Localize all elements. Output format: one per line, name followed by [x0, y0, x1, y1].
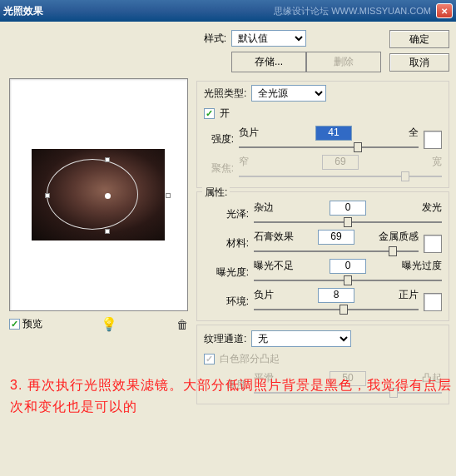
- window-title: 光照效果: [3, 4, 274, 18]
- light-type-select[interactable]: 全光源: [251, 85, 326, 102]
- intensity-right: 全: [409, 126, 419, 141]
- style-label: 样式:: [196, 32, 226, 46]
- gloss-label: 光泽:: [204, 207, 249, 221]
- light-type-label: 光照类型:: [204, 87, 246, 101]
- material-value[interactable]: 69: [318, 230, 354, 245]
- material-slider[interactable]: [254, 245, 419, 257]
- props-legend: 属性:: [202, 186, 230, 200]
- white-high-label: 白色部分凸起: [220, 352, 280, 366]
- ambience-label: 环境:: [204, 295, 249, 309]
- ambience-swatch[interactable]: [424, 293, 442, 311]
- preview-canvas[interactable]: [9, 78, 188, 311]
- handle-right[interactable]: [166, 193, 171, 198]
- trash-icon[interactable]: 🗑: [176, 318, 188, 331]
- texture-label: 纹理通道:: [204, 332, 246, 346]
- preview-checkbox[interactable]: ✓ 预览: [9, 317, 42, 331]
- exposure-left: 曝光不足: [254, 259, 294, 274]
- focus-slider: [239, 171, 442, 182]
- material-right: 金属质感: [379, 230, 419, 245]
- close-icon[interactable]: ✕: [436, 3, 453, 18]
- handle-left[interactable]: [45, 193, 50, 198]
- light-on-checkbox[interactable]: ✓ 开: [204, 107, 442, 121]
- preview-image: [32, 149, 165, 240]
- delete-button: 删除: [306, 52, 381, 72]
- check-icon: ✓: [204, 354, 215, 364]
- focus-right: 宽: [432, 155, 442, 170]
- focus-label: 聚焦:: [204, 161, 234, 176]
- focus-left: 窄: [239, 155, 249, 170]
- save-button[interactable]: 存储...: [231, 52, 306, 72]
- intensity-left: 负片: [239, 126, 259, 141]
- gloss-value[interactable]: 0: [330, 201, 366, 216]
- check-icon: ✓: [9, 319, 20, 330]
- ambience-value[interactable]: 8: [318, 288, 354, 303]
- ok-button[interactable]: 确定: [389, 30, 449, 48]
- exposure-label: 曝光度:: [204, 265, 249, 280]
- light-on-label: 开: [220, 107, 230, 121]
- watermark: 思缘设计论坛 WWW.MISSYUAN.COM: [274, 5, 431, 17]
- style-select[interactable]: 默认值: [231, 30, 306, 47]
- handle-top[interactable]: [105, 157, 110, 162]
- focus-value: 69: [322, 155, 359, 170]
- white-high-checkbox: ✓ 白色部分凸起: [204, 352, 442, 366]
- texture-select[interactable]: 无: [251, 330, 351, 347]
- cancel-button[interactable]: 取消: [389, 53, 449, 72]
- light-ellipse[interactable]: [47, 159, 138, 230]
- exposure-right: 曝光过度: [402, 259, 442, 274]
- titlebar: 光照效果 思缘设计论坛 WWW.MISSYUAN.COM ✕: [0, 0, 456, 22]
- gloss-slider[interactable]: [254, 216, 442, 228]
- intensity-value[interactable]: 41: [315, 126, 352, 141]
- intensity-label: 强度:: [204, 132, 234, 146]
- annotation-text: 3. 再次执行光照效果滤镜。大部分低调照片背景是黑色，我觉得有点层次和变化也是可…: [10, 374, 456, 418]
- material-swatch[interactable]: [424, 235, 442, 253]
- ambience-right: 正片: [399, 288, 419, 303]
- light-group: 光照类型: 全光源 ✓ 开 强度: 负片 41 全: [196, 81, 449, 188]
- exposure-value[interactable]: 0: [330, 259, 366, 274]
- check-icon: ✓: [204, 108, 215, 119]
- exposure-slider[interactable]: [254, 275, 442, 286]
- intensity-slider[interactable]: [239, 141, 419, 153]
- ambience-left: 负片: [254, 288, 274, 303]
- gloss-right: 发光: [422, 201, 442, 216]
- material-label: 材料:: [204, 236, 249, 250]
- light-color-swatch[interactable]: [424, 131, 442, 149]
- ambience-slider[interactable]: [254, 304, 419, 315]
- properties-group: 属性: 光泽: 杂边0发光 材料: 石膏效果69金属质感 曝光度: 曝: [196, 191, 449, 321]
- gloss-left: 杂边: [254, 201, 274, 216]
- light-center[interactable]: [105, 193, 111, 199]
- preview-label: 预览: [22, 317, 42, 331]
- new-light-icon[interactable]: 💡: [101, 316, 117, 332]
- material-left: 石膏效果: [254, 230, 294, 245]
- handle-bottom[interactable]: [105, 229, 110, 234]
